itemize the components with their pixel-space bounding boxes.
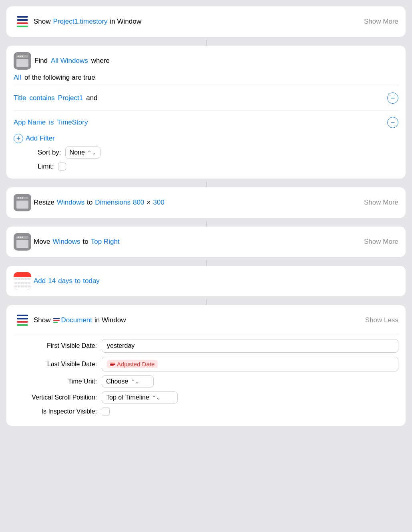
inspector-visible-label: Is Inspector Visible: <box>14 408 102 415</box>
filter2-operator[interactable]: is <box>49 118 54 126</box>
move-position[interactable]: Top Right <box>91 238 120 246</box>
timestory-app-icon <box>14 13 31 30</box>
show-project-card: Show Project1.timestory in Window Show M… <box>6 6 406 37</box>
vertical-scroll-select[interactable]: Top of Timeline ⌃⌄ <box>102 391 178 404</box>
inspector-visible-row: Is Inspector Visible: <box>14 408 398 416</box>
filter1-value[interactable]: Project1 <box>58 94 83 102</box>
window-app-icon <box>14 52 31 70</box>
add-filter-plus-icon[interactable]: + <box>14 134 23 143</box>
show-doc-middle: in Window <box>94 316 126 324</box>
vertical-scroll-label: Vertical Scroll Position: <box>14 394 102 401</box>
document-token[interactable]: Document <box>53 316 92 324</box>
last-visible-date-row: Last Visible Date: Adjusted Date <box>14 357 398 371</box>
connector-3 <box>6 221 406 227</box>
document-details: First Visible Date: yesterday Last Visib… <box>14 339 398 416</box>
time-unit-row: Time Unit: Choose ⌃⌄ <box>14 375 398 387</box>
adjusted-date-icon <box>110 363 115 366</box>
filter-row-1: Title contains Project1 and − <box>14 90 398 106</box>
inspector-visible-checkbox[interactable] <box>102 408 110 416</box>
in-window-label: in Window <box>110 18 141 26</box>
last-visible-date-input[interactable]: Adjusted Date <box>102 357 398 371</box>
limit-row: Limit: <box>14 163 398 171</box>
find-prefix: Find <box>34 57 48 65</box>
first-visible-date-label: First Visible Date: <box>14 342 102 349</box>
add-date[interactable]: today <box>83 277 100 285</box>
resize-target[interactable]: Windows <box>57 199 84 207</box>
add-days-card: Add 14 days to today <box>6 266 406 296</box>
vertical-scroll-chevron-icon: ⌃⌄ <box>152 395 161 401</box>
resize-windows-card: Resize Windows to Dimensions 800 × 300 S… <box>6 187 406 218</box>
sort-value: None <box>70 149 85 156</box>
filter1-field[interactable]: Title <box>14 94 26 102</box>
where-label: where <box>91 57 110 65</box>
add-verb[interactable]: Add <box>34 277 46 285</box>
move-windows-card: Move Windows to Top Right Show More <box>6 227 406 257</box>
first-visible-date-input[interactable]: yesterday <box>102 339 398 353</box>
show-more-button-4[interactable]: Show More <box>364 238 398 246</box>
adjusted-date-label: Adjusted Date <box>117 361 155 367</box>
show-more-button-1[interactable]: Show More <box>364 18 398 26</box>
find-windows-card: Find All Windows where All of the follow… <box>6 46 406 179</box>
following-label: of the following are true <box>24 74 95 82</box>
connector-5 <box>6 299 406 305</box>
move-target[interactable]: Windows <box>53 238 80 246</box>
move-to: to <box>83 238 88 246</box>
resize-prefix: Resize <box>34 199 54 207</box>
vertical-scroll-row: Vertical Scroll Position: Top of Timelin… <box>14 391 398 404</box>
all-windows-label[interactable]: All Windows <box>51 57 88 65</box>
time-unit-value: Choose <box>106 378 128 385</box>
connector-1 <box>6 40 406 46</box>
resize-height[interactable]: 300 <box>153 199 164 207</box>
filter2-field[interactable]: App Name <box>14 118 46 126</box>
remove-filter1-button[interactable]: − <box>387 92 398 104</box>
resize-x: × <box>147 199 151 207</box>
resize-to: to <box>87 199 92 207</box>
remove-filter2-button[interactable]: − <box>387 117 398 128</box>
document-label: Document <box>61 316 92 324</box>
resize-width[interactable]: 800 <box>133 199 144 207</box>
move-window-icon <box>14 233 31 251</box>
sort-row: Sort by: None ⌃⌄ <box>14 147 398 159</box>
connector-2 <box>6 182 406 187</box>
show-more-button-3[interactable]: Show More <box>364 199 398 207</box>
first-visible-date-row: First Visible Date: yesterday <box>14 339 398 353</box>
connector-4 <box>6 260 406 266</box>
move-prefix: Move <box>34 238 50 246</box>
show-doc-prefix: Show <box>34 316 51 324</box>
project-name[interactable]: Project1.timestory <box>53 18 108 26</box>
time-unit-chevron-icon: ⌃⌄ <box>131 379 139 385</box>
sort-select[interactable]: None ⌃⌄ <box>65 147 100 159</box>
filter1-operator[interactable]: contains <box>30 94 55 102</box>
time-unit-label: Time Unit: <box>14 378 102 385</box>
adjusted-date-token[interactable]: Adjusted Date <box>107 360 158 368</box>
sort-label: Sort by: <box>38 149 61 157</box>
time-unit-select[interactable]: Choose ⌃⌄ <box>102 375 154 387</box>
limit-checkbox[interactable] <box>58 163 66 171</box>
add-filter-button[interactable]: + Add Filter <box>14 134 398 143</box>
add-prep: to <box>75 277 80 285</box>
first-visible-date-value: yesterday <box>107 342 135 349</box>
filter-row-2: App Name is TimeStory − <box>14 114 398 130</box>
add-unit[interactable]: days <box>58 277 72 285</box>
last-visible-date-label: Last Visible Date: <box>14 361 102 368</box>
show-prefix: Show <box>34 18 51 26</box>
vertical-scroll-value: Top of Timeline <box>106 394 149 401</box>
calendar-app-icon <box>14 272 31 290</box>
resize-dimension-label[interactable]: Dimensions <box>95 199 131 207</box>
add-amount[interactable]: 14 <box>48 277 56 285</box>
doc-mini-icon <box>53 318 60 323</box>
add-filter-label[interactable]: Add Filter <box>26 135 55 143</box>
filter1-conjunction: and <box>86 94 97 102</box>
show-doc-app-icon <box>14 311 31 329</box>
filter2-value[interactable]: TimeStory <box>57 118 88 126</box>
show-less-button[interactable]: Show Less <box>365 316 398 324</box>
resize-window-icon <box>14 194 31 211</box>
limit-label: Limit: <box>38 163 54 171</box>
quantifier-label[interactable]: All <box>14 74 21 82</box>
sort-chevron-icon: ⌃⌄ <box>87 150 96 156</box>
show-document-card: Show Document in Window Show Less First … <box>6 305 406 426</box>
